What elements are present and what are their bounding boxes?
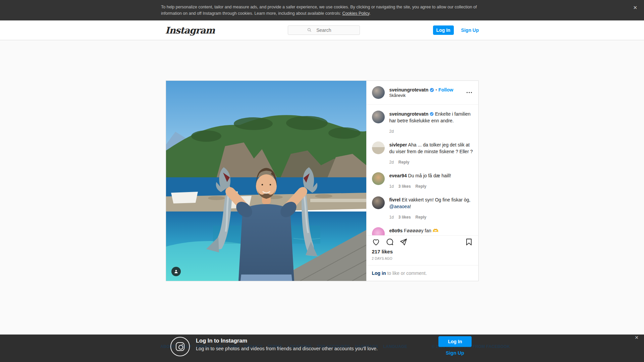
comment-row: evear94 Du må jo få dæ haill! 1d 3 likes… [372,172,473,190]
comment-username[interactable]: e8o9s [389,228,403,233]
comment-text: Du må jo få dæ haill! [408,173,451,178]
comments-list: sveinungrotevatn Enkelte i familien har … [367,105,478,235]
avatar[interactable] [372,172,385,185]
follow-button[interactable]: Follow [438,87,453,93]
avatar[interactable] [372,227,385,235]
post-location[interactable]: Skånevik [389,93,466,98]
comment-bubble-icon [386,238,394,246]
avatar[interactable] [372,111,385,123]
footer-signup-link[interactable]: Sign Up [438,350,472,356]
separator-dot: • [435,87,437,93]
comment-likes[interactable]: 3 likes [398,214,411,221]
avatar[interactable] [372,141,385,154]
login-link[interactable]: Log in [372,270,386,276]
instagram-glyph-icon [170,337,190,356]
page-body: sveinungrotevatn • Follow Skånevik [0,40,644,335]
comment-row: e8o9s Føøøøøy fan 🫶 [372,227,473,235]
post-photo [166,81,366,281]
cookie-banner-text: To help personalize content, tailor and … [161,4,483,17]
header-signup-link[interactable]: Sign Up [461,27,479,33]
tag-person-icon [174,269,178,274]
reply-button[interactable]: Reply [416,214,427,221]
comment-time: 1d [389,183,394,190]
footer-login-button[interactable]: Log In [438,336,472,347]
comment-username[interactable]: sivleper [389,142,407,147]
search-input[interactable] [288,25,360,35]
cookie-banner: To help personalize content, tailor and … [0,0,644,20]
caption-text: sveinungrotevatn Enkelte i familien har … [389,111,473,124]
comment-text: Føøøøøy fan 🫶 [404,228,438,233]
bookmark-icon [465,238,473,246]
footer-login-subtitle: Log in to see photos and videos from fri… [196,346,378,351]
reply-button[interactable]: Reply [398,159,410,166]
comment-time: 1d [389,214,394,221]
top-navbar: Instagram Log In Sign Up [0,20,644,40]
comment-text-after: ! [410,204,411,209]
more-options-icon [466,89,473,96]
instagram-logo[interactable]: Instagram [165,25,215,36]
author-avatar[interactable] [372,86,385,99]
post-card: sveinungrotevatn • Follow Skånevik [166,80,479,281]
login-prompt-text: to like or comment. [386,270,427,276]
post-header: sveinungrotevatn • Follow Skånevik [367,81,478,105]
footer-login-title: Log In to Instagram [196,338,247,344]
caption-username[interactable]: sveinungrotevatn [389,111,429,117]
comment-username[interactable]: evear94 [389,173,407,178]
paper-plane-icon [399,238,408,246]
comment-row: fivrel Eit vakkert syn! Og fine fiskar ò… [372,196,473,221]
caption-time: 2d [389,128,394,135]
like-count[interactable]: 217 likes [372,249,473,254]
share-button[interactable] [399,238,408,246]
comment-text: Eit vakkert syn! Og fine fiskar òg, [402,197,471,202]
verified-badge-icon [430,88,434,92]
cookie-text-suffix: . [369,11,370,16]
comment-likes[interactable]: 3 likes [398,183,411,190]
comment-row: sivleper Aha ... da tolker jeg det slik … [372,141,473,166]
avatar[interactable] [372,196,385,209]
like-button[interactable] [372,238,380,246]
photo-illustration [166,81,366,281]
footer-close-icon[interactable]: ✕ [635,335,639,340]
post-timestamp: 2 DAYS AGO [372,257,473,265]
reply-button[interactable]: Reply [416,183,427,190]
caption-row: sveinungrotevatn Enkelte i familien har … [372,111,473,135]
comment-username[interactable]: fivrel [389,197,400,202]
footer: ABOUT HELP PRESS API JOBS PRIVACY TERMS … [0,335,644,362]
banner-close-icon[interactable]: ✕ [633,5,637,11]
heart-icon [372,238,380,246]
tagged-people-button[interactable] [171,267,181,276]
comment-button[interactable] [386,238,394,246]
verified-badge-icon [430,112,434,116]
post-actions: 217 likes 2 DAYS AGO [367,235,478,265]
header-login-button[interactable]: Log In [433,25,454,35]
cookie-text: To help personalize content, tailor and … [161,5,477,16]
mention-link[interactable]: @aeaoea [389,204,410,209]
more-options-button[interactable] [466,89,473,96]
save-button[interactable] [465,238,473,246]
footer-link-language[interactable]: LANGUAGE [383,344,407,349]
cookies-policy-link[interactable]: Cookies Policy [342,11,369,16]
comment-time: 2d [389,159,394,166]
post-sidebar: sveinungrotevatn • Follow Skånevik [366,81,478,281]
author-username[interactable]: sveinungrotevatn [389,87,429,93]
login-prompt: Log in to like or comment. [367,265,478,281]
